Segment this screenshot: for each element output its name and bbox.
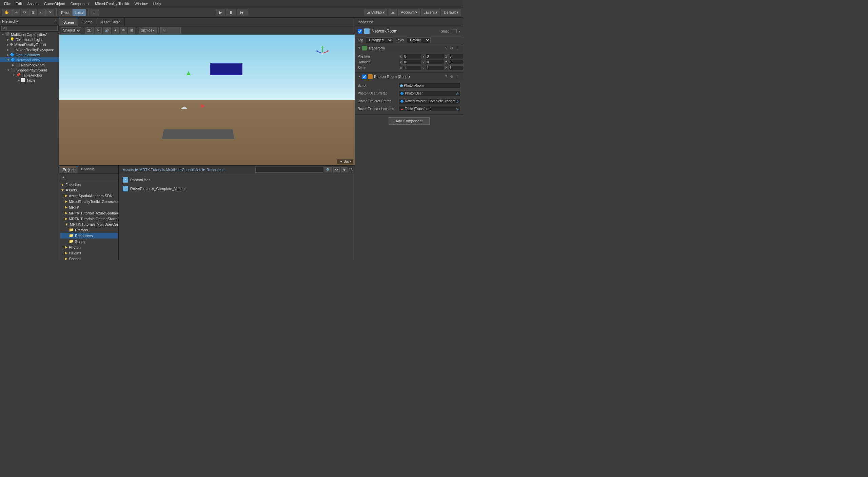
- transform-help-btn[interactable]: ?: [445, 46, 448, 50]
- photon-overflow-btn[interactable]: ⋮: [455, 75, 460, 79]
- proj-mrtk-getting[interactable]: ▶ MRTK.Tutorials.GettingStarted: [60, 216, 118, 222]
- scale-z-input[interactable]: [448, 65, 463, 70]
- asset-roverexplorer[interactable]: P RoverExplorer_Complete_Variant: [121, 185, 353, 192]
- static-dropdown-arrow[interactable]: ▾: [459, 29, 460, 33]
- hidden-btn[interactable]: 👁: [120, 27, 127, 34]
- h-item-dirlight[interactable]: ▶ 💡 Directional Light: [0, 37, 59, 42]
- photon-help-btn[interactable]: ?: [445, 75, 448, 79]
- scale-tool[interactable]: ⊞: [29, 9, 37, 16]
- asset-search-btn[interactable]: 🔍: [324, 167, 332, 172]
- h-item-sharedplayground[interactable]: ▼ ⬛ SharedPlayground: [0, 67, 59, 72]
- h-item-table[interactable]: ▶ ⬜ Table: [0, 78, 59, 83]
- h-item-tableanchor[interactable]: ▼ 📌 TableAnchor: [0, 72, 59, 78]
- cloud-button[interactable]: ☁: [389, 9, 397, 16]
- rot-z-input[interactable]: [448, 60, 463, 65]
- effects-btn[interactable]: ✦: [112, 27, 119, 34]
- layer-dropdown[interactable]: Default: [407, 37, 431, 43]
- audio-btn[interactable]: 🔊: [103, 27, 111, 34]
- static-checkbox[interactable]: [453, 29, 457, 33]
- transform-settings-btn[interactable]: ⚙: [449, 46, 454, 50]
- tab-game[interactable]: Game: [78, 18, 97, 26]
- tab-asset-store[interactable]: Asset Store: [97, 18, 125, 26]
- add-btn[interactable]: +: [61, 175, 66, 180]
- rotate-tool[interactable]: ↻: [21, 9, 28, 16]
- collab-button[interactable]: ☁ Collab ▾: [364, 9, 387, 16]
- menu-help[interactable]: Help: [151, 1, 164, 6]
- asset-filter-btn[interactable]: ⚙: [333, 167, 340, 172]
- proj-resources[interactable]: 📁 Resources: [60, 233, 118, 239]
- shading-dropdown[interactable]: Shaded: [61, 27, 81, 34]
- pos-z-input[interactable]: [448, 54, 463, 59]
- asset-photonuser[interactable]: P PhotonUser: [121, 176, 353, 184]
- add-component-button[interactable]: Add Component: [389, 117, 430, 125]
- scale-y-input[interactable]: [426, 65, 444, 70]
- pos-y-input[interactable]: [426, 54, 444, 59]
- proj-mrtk-multi[interactable]: ▼ MRTK.Tutorials.MultiUserCapabilities: [60, 222, 118, 227]
- rover-explorer-value[interactable]: 🔷 RoverExplorer_Complete_Variant ◎: [398, 98, 460, 104]
- asset-search-input[interactable]: [255, 167, 323, 173]
- hierarchy-menu-icon[interactable]: ⋮: [53, 19, 57, 23]
- transform-overflow-btn[interactable]: ⋮: [455, 46, 460, 50]
- hand-tool[interactable]: ✋: [2, 9, 12, 16]
- menu-edit[interactable]: Edit: [13, 1, 25, 6]
- menu-file[interactable]: File: [1, 1, 13, 6]
- h-item-networklobby[interactable]: ▼ 🔷 NetworkLobby: [0, 57, 59, 62]
- scale-x-input[interactable]: [403, 65, 421, 70]
- proj-azure[interactable]: ▶ AzureSpatialAnchors.SDK: [60, 193, 118, 199]
- h-item-playspace[interactable]: ▶ ⬛ MixedRealityPlayspace: [0, 47, 59, 52]
- tab-project[interactable]: Project: [59, 166, 78, 173]
- rot-x-input[interactable]: [403, 60, 421, 65]
- proj-photon[interactable]: ▶ Photon: [60, 244, 118, 250]
- default-layout-button[interactable]: Default ▾: [441, 9, 461, 16]
- select-icon[interactable]: ◎: [456, 107, 459, 111]
- tab-scene[interactable]: Scene: [59, 18, 78, 26]
- grid-btn[interactable]: ⊞: [128, 27, 135, 34]
- assets-root[interactable]: ▼ Assets: [60, 187, 118, 193]
- favorites-item[interactable]: ▼ Favorites: [60, 182, 118, 187]
- proj-plugins[interactable]: ▶ Plugins: [60, 250, 118, 256]
- h-item-debugwindow[interactable]: ▶ 🔷 DebugWindow: [0, 52, 59, 57]
- breadcrumb-assets[interactable]: Assets: [123, 168, 134, 172]
- lighting-btn[interactable]: ☀: [95, 27, 102, 34]
- move-tool[interactable]: ✛: [12, 9, 20, 16]
- step-button[interactable]: ⏭: [237, 9, 248, 16]
- menu-gameobject[interactable]: GameObject: [41, 1, 68, 6]
- gizmos-btn[interactable]: Gizmos ▾: [139, 27, 157, 34]
- menu-mrtk[interactable]: Mixed Reality Toolkit: [92, 1, 132, 6]
- proj-mrtk[interactable]: ▶ MRTK: [60, 204, 118, 210]
- photon-settings-btn[interactable]: ⚙: [449, 75, 454, 79]
- photon-user-value[interactable]: 🔷 PhotonUser ◎: [398, 90, 460, 96]
- back-button[interactable]: ◄ Back: [337, 159, 353, 164]
- asset-star-btn[interactable]: ★: [341, 167, 348, 172]
- 2d-toggle[interactable]: 2D: [85, 27, 94, 34]
- pivot-toggle[interactable]: Pivot: [59, 9, 72, 16]
- h-item-networkroom[interactable]: ▶ ⬛ NetworkRoom: [0, 62, 59, 67]
- pause-button[interactable]: ⏸: [226, 9, 236, 16]
- transform-component-header[interactable]: ▼ Transform ? ⚙ ⋮: [355, 44, 463, 52]
- multi-tool[interactable]: ✕: [46, 9, 54, 16]
- proj-mrtk-gen[interactable]: ▶ MixedRealityToolkit.Generated: [60, 199, 118, 204]
- rover-location-value[interactable]: 🔺 Table (Transform) ◎: [398, 106, 460, 112]
- tab-console[interactable]: Console: [78, 166, 98, 173]
- play-button[interactable]: ▶: [216, 9, 225, 16]
- h-item-multiuser[interactable]: ▼ 🎬 MultiUserCapabilities*: [0, 32, 59, 37]
- photon-room-header[interactable]: ▼ Photon Room (Script) ? ⚙ ⋮: [355, 73, 463, 80]
- proj-scenes[interactable]: ▶ Scenes: [60, 256, 118, 260]
- select-icon[interactable]: ◎: [456, 100, 459, 103]
- h-item-mrtk[interactable]: ▶ ⚙ MixedRealityToolkit: [0, 42, 59, 47]
- tag-dropdown[interactable]: Untagged: [366, 37, 393, 43]
- scene-search[interactable]: [160, 27, 181, 34]
- snap-btn[interactable]: ⋮: [91, 9, 99, 16]
- menu-component[interactable]: Component: [67, 1, 92, 6]
- rect-tool[interactable]: ▭: [38, 9, 46, 16]
- obj-active-checkbox[interactable]: [358, 29, 362, 34]
- select-icon[interactable]: ◎: [456, 92, 459, 95]
- rot-y-input[interactable]: [426, 60, 444, 65]
- menu-assets[interactable]: Assets: [25, 1, 41, 6]
- menu-window[interactable]: Window: [132, 1, 150, 6]
- proj-prefabs[interactable]: 📁 Prefabs: [60, 227, 118, 233]
- layers-button[interactable]: Layers ▾: [421, 9, 440, 16]
- local-toggle[interactable]: Local: [72, 9, 86, 16]
- proj-scripts[interactable]: 📁 Scripts: [60, 239, 118, 244]
- breadcrumb-multiuser[interactable]: MRTK.Tutorials.MultiUserCapabilities: [139, 168, 201, 172]
